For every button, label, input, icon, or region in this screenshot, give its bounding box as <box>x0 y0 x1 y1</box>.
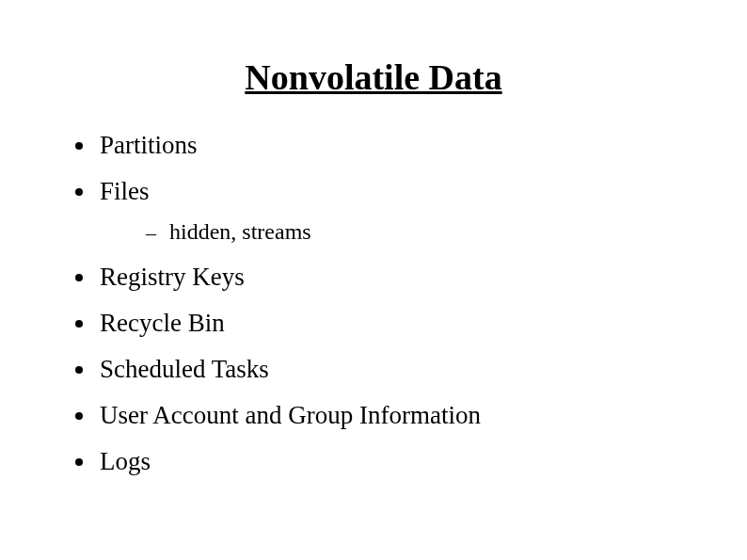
bullet-icon <box>75 366 83 374</box>
list-item-text: Scheduled Tasks <box>100 355 269 384</box>
main-list: Partitions Files – hidden, streams Regis… <box>56 131 691 476</box>
list-item: User Account and Group Information <box>75 401 691 430</box>
bullet-icon <box>75 188 83 196</box>
list-item: Scheduled Tasks <box>75 355 691 384</box>
list-item-text: Registry Keys <box>100 263 245 292</box>
list-item: Logs <box>75 447 691 476</box>
bullet-icon <box>75 412 83 420</box>
bullet-icon <box>75 142 83 150</box>
sublist: – hidden, streams <box>75 219 691 246</box>
list-item: Registry Keys <box>75 263 691 292</box>
sublist-item-text: hidden, streams <box>169 219 311 245</box>
list-item-text: Files <box>100 177 150 206</box>
bullet-icon <box>75 320 83 328</box>
sublist-item: – hidden, streams <box>146 219 691 246</box>
list-item-text: Partitions <box>100 131 198 160</box>
list-item: Recycle Bin <box>75 309 691 338</box>
list-item: Files <box>75 177 691 206</box>
bullet-icon <box>75 458 83 466</box>
bullet-icon <box>75 274 83 281</box>
list-item-text: Recycle Bin <box>100 309 225 338</box>
list-item: Partitions <box>75 131 691 160</box>
dash-icon: – <box>146 221 156 246</box>
list-item-text: Logs <box>100 447 151 476</box>
list-item-text: User Account and Group Information <box>100 401 481 430</box>
slide-title: Nonvolatile Data <box>56 56 691 98</box>
